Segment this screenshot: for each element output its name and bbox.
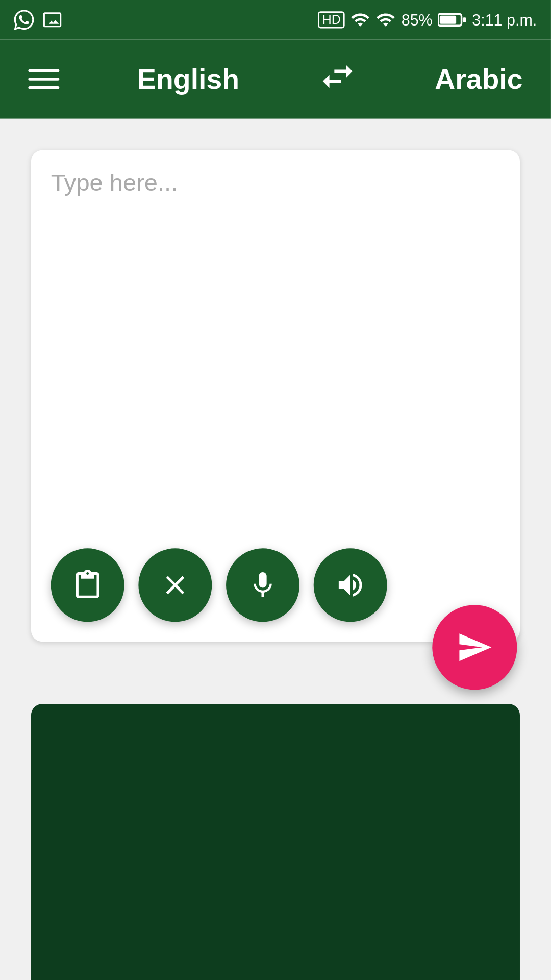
whatsapp-icon [14, 10, 34, 30]
mic-button[interactable] [226, 548, 299, 622]
main-content [0, 119, 551, 980]
hd-badge: HD [318, 11, 345, 28]
signal-icon2 [376, 10, 396, 30]
input-action-buttons [51, 548, 387, 622]
menu-button[interactable] [28, 69, 59, 89]
paste-button[interactable] [51, 548, 124, 622]
translated-text [51, 724, 500, 980]
battery-percentage: 85% [402, 11, 433, 28]
output-card [31, 704, 520, 980]
app-toolbar: English Arabic [0, 40, 551, 119]
status-bar: HD 85% 3:11 p.m. [0, 0, 551, 40]
target-language-label[interactable]: Arabic [435, 63, 522, 95]
time-display: 3:11 p.m. [472, 11, 537, 28]
image-icon [42, 10, 62, 30]
swap-languages-button[interactable] [317, 56, 357, 102]
source-language-label[interactable]: English [137, 63, 239, 95]
battery-icon [438, 11, 466, 28]
signal-icon1 [350, 10, 370, 30]
input-card [31, 150, 520, 642]
translate-button[interactable] [432, 605, 517, 690]
svg-rect-1 [440, 16, 456, 24]
status-left-icons [14, 10, 62, 30]
clear-button[interactable] [138, 548, 212, 622]
source-text-input[interactable] [51, 169, 500, 537]
speaker-input-button[interactable] [314, 548, 387, 622]
status-right-info: HD 85% 3:11 p.m. [318, 10, 537, 30]
svg-rect-2 [463, 17, 466, 22]
